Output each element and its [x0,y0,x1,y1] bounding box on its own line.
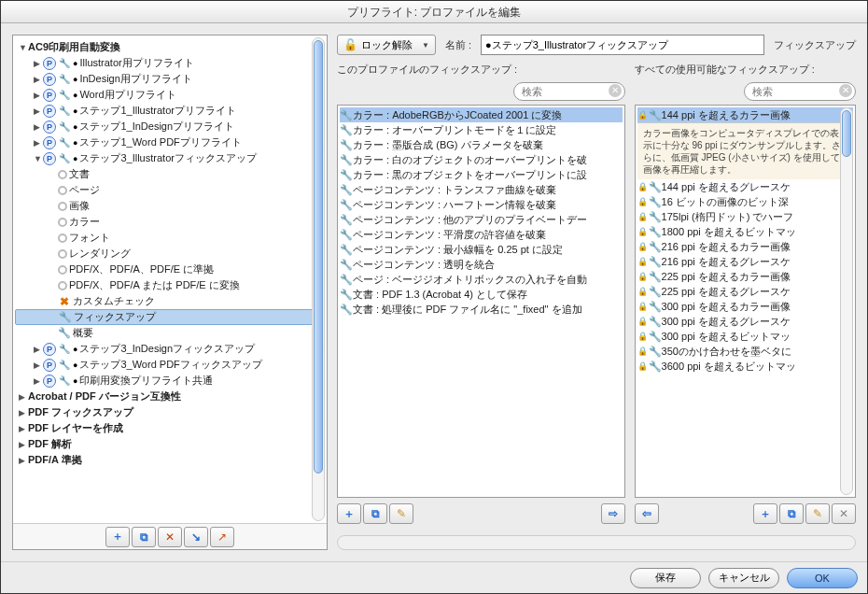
col2-scrollbar[interactable] [840,107,853,495]
profile-tree[interactable]: ▼AC9印刷用自動変換▶P🔧●Illustrator用プリフライト▶P🔧●InD… [13,35,327,472]
tree-scrollbar[interactable] [312,37,325,521]
list-item[interactable]: 🔒🔧144 ppi を超えるグレースケ [637,179,853,194]
list-item[interactable]: 🔧カラー : 黒のオブジェクトをオーバープリントに設 [340,167,623,182]
list-item[interactable]: 🔧カラー : 墨版合成 (BG) パラメータを破棄 [340,137,623,152]
tree-row[interactable]: ▶P🔧●ステップ3_Word PDFフィックスアップ [15,357,325,373]
list-item[interactable]: 🔧ページコンテンツ : 平滑度の許容値を破棄 [340,227,623,242]
tree-row[interactable]: カラー [15,214,325,230]
list-item[interactable]: 🔧ページコンテンツ : ハーフトーン情報を破棄 [340,197,623,212]
list-item[interactable]: 🔒🔧1800 ppi を超えるビットマッ [637,224,853,239]
list-item[interactable]: 🔧ページコンテンツ : 透明を統合 [340,257,623,272]
list-item[interactable]: 🔧ページ : ベージジオメトリボックスの入れ子を自動 [340,272,623,287]
disclosure-arrow-icon[interactable]: ▼ [19,43,28,52]
tree-row[interactable]: ページ [15,182,325,198]
tree-row[interactable]: ▼P🔧●ステップ3_Illustratorフィックスアップ [15,150,325,166]
list-item[interactable]: 🔧文書 : 処理後に PDF ファイル名に "_fixed" を追加 [340,302,623,317]
disclosure-arrow-icon[interactable]: ▶ [34,122,43,132]
horizontal-scrollbar[interactable] [337,535,856,550]
list-item[interactable]: 🔒🔧300 ppi を超えるカラー画像 [637,299,853,314]
tree-row[interactable]: 文書 [15,166,325,182]
tree-row[interactable]: 🔧概要 [15,325,325,341]
col2-edit-button[interactable]: ✎ [805,503,830,524]
disclosure-arrow-icon[interactable]: ▶ [34,75,43,84]
list-item[interactable]: 🔧カラー : AdobeRGBからJCoated 2001 に変換 [340,107,623,122]
disclosure-arrow-icon[interactable]: ▶ [34,345,43,354]
tree-row[interactable]: ▶PDF 解析 [15,436,325,452]
tree-scrollbar-thumb[interactable] [314,40,323,474]
tree-row[interactable]: ▶P🔧●印刷用変換プリフライト共通 [15,373,325,389]
disclosure-arrow-icon[interactable]: ▶ [19,408,28,417]
list-item[interactable]: 🔒🔧216 ppi を超えるグレースケ [637,254,853,269]
list-item[interactable]: 🔒🔧144 ppi を超えるカラー画像 [637,107,853,122]
list-item[interactable]: 🔧ページコンテンツ : 最小線幅を 0.25 pt に設定 [340,242,623,257]
tree-row[interactable]: ▶PDF フィックスアップ [15,404,325,420]
list-item[interactable]: 🔒🔧350のかけ合わせを墨ベタに [637,344,853,359]
col1-list[interactable]: 🔧カラー : AdobeRGBからJCoated 2001 に変換🔧カラー : … [337,105,625,498]
disclosure-arrow-icon[interactable]: ▶ [19,424,28,433]
tree-row[interactable]: レンダリング [15,246,325,262]
col1-add-button[interactable]: ＋ [337,503,361,524]
tree-duplicate-button[interactable]: ⧉ [132,527,156,547]
tree-row[interactable]: ▶PDF/A 準拠 [15,452,325,468]
cancel-button[interactable]: キャンセル [708,568,779,588]
disclosure-arrow-icon[interactable]: ▶ [34,361,43,370]
list-item[interactable]: 🔒🔧300 ppi を超えるグレースケ [637,314,853,329]
col2-duplicate-button[interactable]: ⧉ [779,503,804,524]
list-item[interactable]: 🔒🔧216 ppi を超えるカラー画像 [637,239,853,254]
col2-add-button[interactable]: ＋ [753,503,777,524]
col1-search[interactable]: ✕ [513,82,625,101]
disclosure-arrow-icon[interactable]: ▶ [34,59,43,68]
col1-clear-icon[interactable]: ✕ [609,84,622,97]
disclosure-arrow-icon[interactable]: ▶ [19,392,28,402]
disclosure-arrow-icon[interactable]: ▶ [34,138,43,148]
list-item[interactable]: 🔒🔧225 ppi を超えるカラー画像 [637,269,853,284]
tree-row[interactable]: ▶P🔧●ステップ1_InDesignプリフライト [15,119,325,134]
col2-move-left-button[interactable]: ⇦ [635,503,659,524]
disclosure-arrow-icon[interactable]: ▶ [34,91,43,100]
list-item[interactable]: 🔒🔧175lpi (楕円ドット) でハーフ [637,209,853,224]
col2-scrollbar-thumb[interactable] [842,110,851,157]
tree-export-button[interactable]: ↗ [210,527,234,547]
list-item[interactable]: 🔒🔧3600 ppi を超えるビットマッ [637,359,853,374]
tree-row[interactable]: ▶P🔧●ステップ3_InDesignフィックスアップ [15,341,325,357]
col1-duplicate-button[interactable]: ⧉ [363,503,387,524]
tree-row[interactable]: ▶P🔧●Word用プリフライト [15,87,325,103]
list-item[interactable]: 🔧カラー : 白のオブジェクトのオーバープリントを破 [340,152,623,167]
col2-delete-button[interactable]: ✕ [832,503,856,524]
col1-move-right-button[interactable]: ⇨ [601,503,625,524]
list-item[interactable]: 🔧文書 : PDF 1.3 (Acrobat 4) として保存 [340,287,623,302]
tree-row[interactable]: ▶P🔧●Illustrator用プリフライト [15,55,325,71]
col2-clear-icon[interactable]: ✕ [839,84,852,97]
tree-import-button[interactable]: ↘ [184,527,208,547]
tree-row[interactable]: ▶P🔧●ステップ1_Word PDFプリフライト [15,134,325,150]
profile-name-input[interactable] [481,35,764,55]
tree-row[interactable]: ▶P🔧●InDesign用プリフライト [15,71,325,87]
tree-row[interactable]: 画像 [15,198,325,214]
lock-toggle-button[interactable]: 🔓 ロック解除 ▼ [337,35,436,55]
tree-row[interactable]: ▶Acrobat / PDF バージョン互換性 [15,389,325,404]
tree-row[interactable]: PDF/X、PDF/A または PDF/E に変換 [15,277,325,293]
ok-button[interactable]: OK [787,568,858,588]
tree-row[interactable]: ▶PDF レイヤーを作成 [15,420,325,436]
list-item[interactable]: 🔒🔧300 ppi を超えるビットマッ [637,329,853,344]
list-item[interactable]: 🔧ページコンテンツ : 他のアプリのプライベートデー [340,212,623,227]
disclosure-arrow-icon[interactable]: ▶ [19,456,28,465]
tree-row[interactable]: フォント [15,230,325,246]
list-item[interactable]: 🔒🔧225 ppi を超えるグレースケ [637,284,853,299]
disclosure-arrow-icon[interactable]: ▼ [34,154,43,163]
tree-row[interactable]: ▶P🔧●ステップ1_Illustratorプリフライト [15,103,325,119]
tree-row[interactable]: PDF/X、PDF/A、PDF/E に準拠 [15,262,325,277]
list-item[interactable]: 🔒🔧16 ビットの画像のビット深 [637,194,853,209]
disclosure-arrow-icon[interactable]: ▶ [34,106,43,116]
col1-edit-button[interactable]: ✎ [389,503,413,524]
list-item[interactable]: 🔧カラー : オーバープリントモードを１に設定 [340,122,623,137]
tree-row[interactable]: 🔧フィックスアップ [15,309,325,325]
disclosure-arrow-icon[interactable]: ▶ [34,376,43,386]
tree-row[interactable]: ✖カスタムチェック [15,293,325,309]
tree-delete-button[interactable]: ✕ [158,527,182,547]
tree-add-button[interactable]: ＋ [105,527,130,547]
save-button[interactable]: 保存 [630,568,701,588]
col2-search[interactable]: ✕ [744,82,856,101]
col2-list[interactable]: 🔒🔧144 ppi を超えるカラー画像カラー画像をコンピュータディスプレイでの表… [635,105,856,498]
tree-row[interactable]: ▼AC9印刷用自動変換 [15,39,325,55]
